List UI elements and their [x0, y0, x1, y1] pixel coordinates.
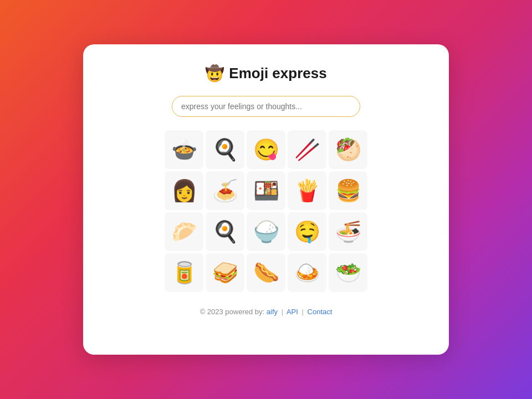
- app-title: Emoji express: [229, 65, 326, 82]
- emoji-cell[interactable]: 🤤: [288, 212, 326, 251]
- emoji-cell[interactable]: 🥫: [165, 253, 203, 292]
- emoji-cell[interactable]: 👩: [165, 171, 203, 210]
- footer-link-api[interactable]: API: [287, 308, 298, 316]
- footer-link-contact[interactable]: Contact: [308, 308, 332, 316]
- emoji-cell[interactable]: 🍟: [288, 171, 326, 210]
- footer-link-aify[interactable]: aify: [267, 308, 278, 316]
- emoji-cell[interactable]: 🥙: [329, 130, 367, 169]
- emoji-cell[interactable]: 🍔: [329, 171, 367, 210]
- footer-copyright: © 2023 powered by:: [200, 308, 265, 316]
- emoji-cell[interactable]: 🌭: [247, 253, 285, 292]
- footer-sep-2: |: [302, 308, 304, 316]
- emoji-cell[interactable]: 🍳: [206, 130, 244, 169]
- emoji-cell[interactable]: 🍛: [288, 253, 326, 292]
- emoji-cell[interactable]: 🥪: [206, 253, 244, 292]
- emoji-cell[interactable]: 🍲: [165, 130, 203, 169]
- search-input[interactable]: [172, 96, 360, 117]
- emoji-cell[interactable]: 🥗: [329, 253, 367, 292]
- header-emoji-icon: 🤠: [205, 64, 224, 83]
- emoji-cell[interactable]: 🍱: [247, 171, 285, 210]
- footer: © 2023 powered by: aify | API | Contact: [200, 308, 332, 316]
- emoji-cell[interactable]: 😋: [247, 130, 285, 169]
- emoji-cell[interactable]: 🍚: [247, 212, 285, 251]
- main-card: 🤠 Emoji express 🍲🍳😋🥢🥙👩🍝🍱🍟🍔🥟🍳🍚🤤🍜🥫🥪🌭🍛🥗 © 2…: [83, 44, 449, 355]
- emoji-cell[interactable]: 🍳: [206, 212, 244, 251]
- emoji-cell[interactable]: 🍝: [206, 171, 244, 210]
- emoji-grid: 🍲🍳😋🥢🥙👩🍝🍱🍟🍔🥟🍳🍚🤤🍜🥫🥪🌭🍛🥗: [165, 130, 367, 292]
- search-container: [172, 96, 360, 117]
- emoji-cell[interactable]: 🍜: [329, 212, 367, 251]
- emoji-cell[interactable]: 🥢: [288, 130, 326, 169]
- emoji-cell[interactable]: 🥟: [165, 212, 203, 251]
- footer-sep-1: |: [282, 308, 283, 316]
- app-header: 🤠 Emoji express: [205, 64, 326, 83]
